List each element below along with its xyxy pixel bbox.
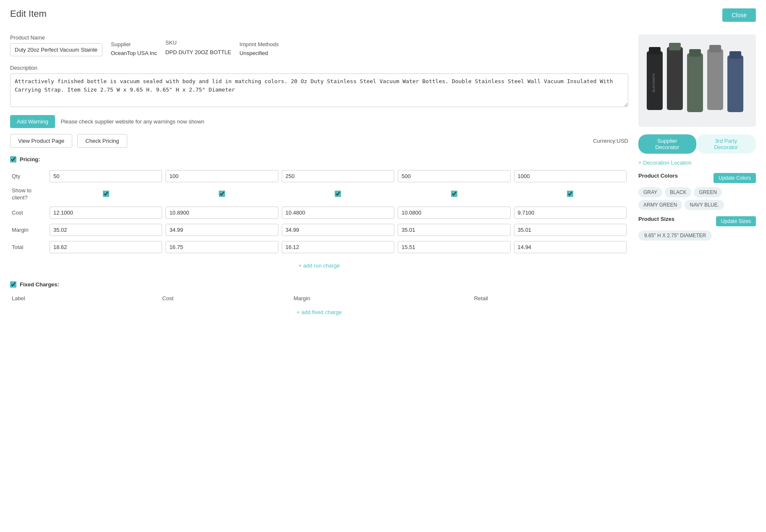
total-label: Total: [10, 238, 48, 256]
cost-input-2[interactable]: [282, 207, 394, 219]
pricing-checkbox[interactable]: [10, 156, 16, 162]
sku-group: SKU DPD DUTY 20OZ BOTTLE: [165, 39, 231, 57]
show-client-cell: [164, 185, 280, 204]
margin-input-2[interactable]: [282, 224, 394, 236]
show-client-cell: [512, 185, 628, 204]
description-label: Description: [10, 65, 628, 71]
pricing-section-title: Pricing:: [20, 156, 40, 162]
fixed-charges-checkbox[interactable]: [10, 281, 16, 288]
svg-rect-6: [689, 49, 701, 57]
show-client-checkbox-2[interactable]: [335, 191, 341, 197]
product-colors-title: Product Colors: [638, 173, 678, 179]
currency-label: Currency:USD: [593, 138, 628, 144]
color-tag-2: GREEN: [694, 187, 722, 197]
third-party-decorator-tab[interactable]: 3rd Party Decorator: [696, 134, 756, 154]
action-row: View Product Page Check Pricing Currency…: [10, 134, 628, 148]
product-sizes-title: Product Sizes: [638, 216, 674, 222]
bottles-svg: BLACKSMITH: [643, 39, 752, 123]
cost-input-4[interactable]: [514, 207, 627, 219]
product-sizes-row: Product Sizes Update Sizes: [638, 216, 756, 226]
margin-cell: [512, 221, 628, 238]
total-cell: [48, 238, 164, 256]
qty-input-4[interactable]: [514, 170, 627, 182]
left-col: Product Name Supplier OceanTop USA Inc S…: [10, 34, 628, 320]
main-layout: Product Name Supplier OceanTop USA Inc S…: [10, 34, 756, 320]
svg-rect-10: [729, 51, 741, 59]
margin-input-3[interactable]: [398, 224, 510, 236]
margin-cell: [48, 221, 164, 238]
fixed-charges-section: Fixed Charges: Label Cost Margin Retail …: [10, 281, 628, 320]
qty-cell: [280, 168, 396, 185]
page-wrapper: Edit Item Close Product Name Supplier Oc…: [0, 0, 766, 532]
product-name-group: Product Name: [10, 34, 102, 56]
total-cell: [164, 238, 280, 256]
qty-label: Qty: [10, 168, 48, 185]
fc-cost-col: Cost: [160, 293, 292, 304]
margin-input-1[interactable]: [165, 224, 278, 236]
description-section: Description Attractively finished bottle…: [10, 65, 628, 108]
qty-input-1[interactable]: [165, 170, 278, 182]
bottle-illustration: BLACKSMITH: [638, 34, 756, 127]
total-input-0[interactable]: [50, 241, 162, 253]
supplier-decorator-tab[interactable]: Supplier Decorator: [638, 134, 696, 154]
cost-label: Cost: [10, 204, 48, 221]
supplier-value: OceanTop USA Inc: [111, 50, 157, 56]
total-input-2[interactable]: [282, 241, 394, 253]
qty-cell: [164, 168, 280, 185]
page-title: Edit Item: [10, 8, 47, 19]
qty-cell: [512, 168, 628, 185]
margin-input-4[interactable]: [514, 224, 627, 236]
imprint-label: Imprint Methods: [239, 41, 278, 47]
total-cell: [280, 238, 396, 256]
total-input-1[interactable]: [165, 241, 278, 253]
action-buttons: View Product Page Check Pricing: [10, 134, 127, 148]
decorator-tabs: Supplier Decorator 3rd Party Decorator: [638, 134, 756, 154]
add-run-charge-link[interactable]: + add run charge: [10, 258, 628, 273]
svg-rect-1: [649, 47, 661, 55]
product-name-input[interactable]: [10, 43, 102, 56]
update-colors-button[interactable]: Update Colors: [714, 173, 756, 183]
sku-label: SKU: [165, 39, 231, 46]
show-client-checkbox-1[interactable]: [219, 191, 225, 197]
add-fixed-charge-link[interactable]: + add fixed charge: [10, 304, 628, 320]
warning-row: Add Warning Please check supplier websit…: [10, 115, 628, 128]
cost-cell: [48, 204, 164, 221]
decoration-location-link[interactable]: + Decoration Location: [638, 160, 756, 166]
show-client-cell: [396, 185, 512, 204]
cost-input-0[interactable]: [50, 207, 162, 219]
cost-input-3[interactable]: [398, 207, 510, 219]
qty-input-3[interactable]: [398, 170, 510, 182]
cost-cell: [396, 204, 512, 221]
description-textarea[interactable]: Attractively finished bottle is vacuum s…: [10, 73, 628, 107]
product-image: BLACKSMITH: [638, 34, 756, 127]
qty-cell: [396, 168, 512, 185]
show-client-checkbox-0[interactable]: [103, 191, 109, 197]
svg-rect-5: [687, 53, 703, 112]
total-input-3[interactable]: [398, 241, 510, 253]
show-client-checkbox-3[interactable]: [451, 191, 457, 197]
qty-input-2[interactable]: [282, 170, 394, 182]
margin-input-0[interactable]: [50, 224, 162, 236]
svg-rect-4: [669, 43, 681, 50]
svg-rect-8: [709, 45, 721, 52]
cost-input-1[interactable]: [165, 207, 278, 219]
close-button[interactable]: Close: [722, 8, 756, 22]
color-tag-0: GRAY: [638, 187, 662, 197]
header-row: Edit Item Close: [10, 8, 756, 22]
update-sizes-button[interactable]: Update Sizes: [716, 216, 756, 226]
fc-retail-col: Retail: [472, 293, 628, 304]
total-cell: [396, 238, 512, 256]
imprint-value: Unspecified: [239, 50, 278, 56]
add-warning-button[interactable]: Add Warning: [10, 115, 55, 128]
margin-cell: [164, 221, 280, 238]
show-client-checkbox-4[interactable]: [567, 191, 573, 197]
qty-input-0[interactable]: [50, 170, 162, 182]
total-input-4[interactable]: [514, 241, 627, 253]
sku-value: DPD DUTY 20OZ BOTTLE: [165, 48, 231, 57]
check-pricing-button[interactable]: Check Pricing: [77, 134, 127, 148]
fc-margin-col: Margin: [292, 293, 472, 304]
product-fields: Product Name Supplier OceanTop USA Inc S…: [10, 34, 628, 56]
view-product-page-button[interactable]: View Product Page: [10, 134, 72, 148]
currency-display: Currency:USD: [593, 138, 628, 144]
pricing-table-container: QtyShow to client?CostMarginTotal: [10, 168, 628, 256]
